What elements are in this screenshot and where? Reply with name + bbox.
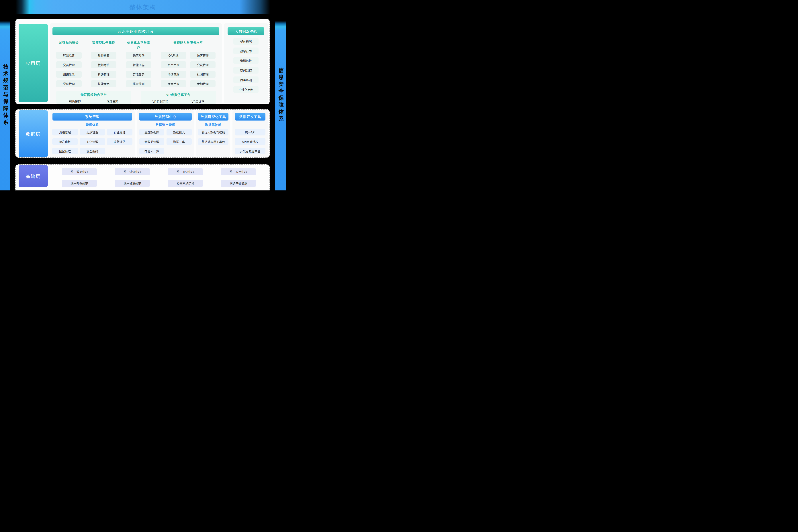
data-item: 监督评估 bbox=[107, 138, 132, 145]
data-visualization-header: 数据可视化工具 bbox=[198, 113, 228, 120]
app-item-stack: 纸笔互动智能阅卷智能教务质量监测 bbox=[126, 52, 151, 87]
foundation-item: 统一应用中心 bbox=[221, 168, 256, 175]
app-column-headers: 加强党的建设双师型队伍建设信息化水平与素养管理能力与服务水平 bbox=[56, 40, 219, 49]
application-main-panel: 高水平职业院校建设 加强党的建设双师型队伍建设信息化水平与素养管理能力与服务水平… bbox=[50, 23, 222, 103]
app-item: 宿舍管理 bbox=[161, 80, 186, 87]
app-item-stack: OA系统资产管理场馆管理宿舍管理 bbox=[161, 52, 186, 87]
data-visualization-items: 领导大数据驾驶舱数据微应用工具包 bbox=[196, 129, 230, 145]
foundation-item: 统一数据中心 bbox=[62, 168, 97, 175]
data-item: 安全管理 bbox=[80, 138, 105, 145]
platform-item: 能耗管理 bbox=[107, 99, 118, 103]
data-visualization-subtitle: 数据驾驶舱 bbox=[196, 122, 230, 126]
app-item: 会议管理 bbox=[190, 61, 216, 68]
big-data-cockpit-panel: 大数据驾驶舱 整体概况教学行为资源监控空间监控质量监测个性化定制 bbox=[224, 23, 268, 103]
top-banner: 整体架构 bbox=[16, 0, 270, 14]
data-item: 存储和计算 bbox=[140, 148, 164, 154]
foundation-item: 统一部署规范 bbox=[62, 180, 97, 187]
foundation-item: 统一标准规范 bbox=[115, 180, 150, 187]
data-item: 领导大数据驾驶舱 bbox=[198, 129, 228, 135]
cockpit-item: 教学行为 bbox=[234, 48, 259, 54]
left-strip-label: 技术规范与保障体系 bbox=[0, 64, 11, 126]
data-center-items: 主题数据库数据接入元数据管理数据共享存储和计算 bbox=[137, 129, 194, 154]
cockpit-items: 整体概况教学行为资源监控空间监控质量监测个性化定制 bbox=[224, 38, 268, 93]
app-column-title: 双师型队伍建设 bbox=[91, 40, 116, 49]
data-item: 元数据管理 bbox=[140, 138, 164, 145]
cockpit-header: 大数据驾驶舱 bbox=[227, 27, 264, 35]
data-item: 统一API bbox=[235, 129, 265, 135]
app-item: OA系统 bbox=[161, 52, 186, 59]
platform-box: VR虚拟仿真平台VR专业建设VR实训室 bbox=[141, 91, 216, 104]
app-item: 智能教务 bbox=[126, 71, 151, 78]
data-center-subtitle: 数据资产管理 bbox=[137, 122, 194, 126]
app-item: 社团管理 bbox=[190, 71, 216, 78]
app-item: 纸笔互动 bbox=[126, 52, 151, 59]
platform-box: 物联网超融合平台预约管理能耗管理 bbox=[56, 91, 131, 104]
cockpit-item: 质量监测 bbox=[234, 76, 259, 83]
system-management-header: 系统管理 bbox=[53, 113, 132, 120]
data-item: 数据接入 bbox=[167, 129, 192, 135]
cockpit-item: 个性化定制 bbox=[234, 86, 259, 93]
right-security-strip: 信息安全保障体系 bbox=[275, 0, 286, 190]
foundation-item: 统一通讯中心 bbox=[168, 168, 203, 175]
platform-items: VR专业建设VR实训室 bbox=[141, 99, 216, 103]
platform-item: 预约管理 bbox=[69, 99, 81, 103]
data-item: API自动授权 bbox=[235, 138, 265, 145]
foundation-layer-label: 基础层 bbox=[19, 165, 48, 187]
app-item: 考勤管理 bbox=[190, 80, 216, 87]
data-layer-label: 数据层 bbox=[19, 110, 48, 157]
application-layer-card: 应用层 高水平职业院校建设 加强党的建设双师型队伍建设信息化水平与素养管理能力与… bbox=[15, 19, 270, 104]
data-dev-tools-items: 统一APIAPI自动授权开发者数据中台 bbox=[233, 129, 268, 154]
app-item-stack: 教师档案教师考核科研管理技能竞赛 bbox=[91, 52, 116, 87]
app-item: 党费管理 bbox=[56, 80, 81, 87]
data-item: 国家标准 bbox=[52, 148, 78, 154]
data-item: 数据微应用工具包 bbox=[198, 138, 228, 145]
cockpit-item: 资源监控 bbox=[234, 57, 259, 64]
app-column-title: 信息化水平与素养 bbox=[126, 40, 151, 49]
data-item: 安全编码 bbox=[80, 148, 105, 154]
platform-title: VR虚拟仿真平台 bbox=[141, 92, 216, 97]
platform-items: 预约管理能耗管理 bbox=[56, 99, 131, 103]
data-visualization-panel: 数据可视化工具 数据驾驶舱 领导大数据驾驶舱数据微应用工具包 bbox=[196, 110, 230, 157]
app-item: 技能竞赛 bbox=[91, 80, 116, 87]
app-item: 教师考核 bbox=[91, 61, 116, 68]
app-item: 党员管理 bbox=[56, 61, 81, 68]
data-dev-tools-panel: 数据开发工具 统一APIAPI自动授权开发者数据中台 bbox=[233, 110, 268, 157]
cockpit-item: 空间监控 bbox=[234, 67, 259, 74]
cockpit-item: 整体概况 bbox=[234, 38, 259, 44]
data-dev-tools-subtitle bbox=[233, 122, 268, 126]
app-item: 质量监测 bbox=[126, 80, 151, 87]
app-item: 组织生活 bbox=[56, 71, 81, 78]
foundation-item: 统一认证中心 bbox=[115, 168, 150, 175]
page-title: 整体架构 bbox=[129, 3, 156, 12]
left-guarantee-strip: 技术规范与保障体系 bbox=[0, 0, 11, 190]
data-item: 组织管理 bbox=[80, 129, 105, 135]
app-column-title: 加强党的建设 bbox=[56, 40, 81, 49]
platform-item: VR专业建设 bbox=[152, 99, 168, 103]
data-item: 主题数据库 bbox=[140, 129, 164, 135]
data-item: 流程管理 bbox=[52, 129, 78, 135]
app-item-columns: 智慧党建党员管理组织生活党费管理教师档案教师考核科研管理技能竞赛纸笔互动智能阅卷… bbox=[56, 52, 219, 87]
data-center-header: 数据管理中心 bbox=[139, 113, 192, 120]
app-item: 资产管理 bbox=[161, 61, 186, 68]
app-item: 访客管理 bbox=[190, 52, 216, 59]
app-column-title: 管理能力与服务水平 bbox=[161, 40, 216, 49]
data-item: 开发者数据中台 bbox=[235, 148, 265, 154]
app-item: 教师档案 bbox=[91, 52, 116, 59]
data-center-panel: 数据管理中心 数据资产管理 主题数据库数据接入元数据管理数据共享存储和计算 bbox=[137, 110, 194, 157]
app-item: 智能阅卷 bbox=[126, 61, 151, 68]
app-item-stack: 智慧党建党员管理组织生活党费管理 bbox=[56, 52, 81, 87]
system-management-items: 流程管理组织管理行业标准标准审核安全管理监督评估国家标准安全编码 bbox=[50, 129, 135, 154]
platform-row: 物联网超融合平台预约管理能耗管理VR虚拟仿真平台VR专业建设VR实训室 bbox=[56, 91, 219, 104]
foundation-layer-card: 基础层 统一数据中心统一认证中心统一通讯中心统一应用中心统一部署规范统一标准规范… bbox=[15, 165, 270, 190]
vocational-college-header: 高水平职业院校建设 bbox=[53, 27, 219, 35]
data-layer-card: 数据层 系统管理 管理体系 流程管理组织管理行业标准标准审核安全管理监督评估国家… bbox=[15, 109, 270, 158]
foundation-item: 校园网络建设 bbox=[168, 180, 203, 187]
foundation-items: 统一数据中心统一认证中心统一通讯中心统一应用中心统一部署规范统一标准规范校园网络… bbox=[62, 168, 256, 187]
application-layer-label: 应用层 bbox=[19, 24, 48, 102]
app-item-stack: 访客管理会议管理社团管理考勤管理 bbox=[190, 52, 216, 87]
system-management-subtitle: 管理体系 bbox=[50, 122, 135, 126]
app-item: 智慧党建 bbox=[56, 52, 81, 59]
right-strip-label: 信息安全保障体系 bbox=[275, 68, 286, 123]
data-item: 标准审核 bbox=[52, 138, 78, 145]
data-item: 行业标准 bbox=[107, 129, 132, 135]
